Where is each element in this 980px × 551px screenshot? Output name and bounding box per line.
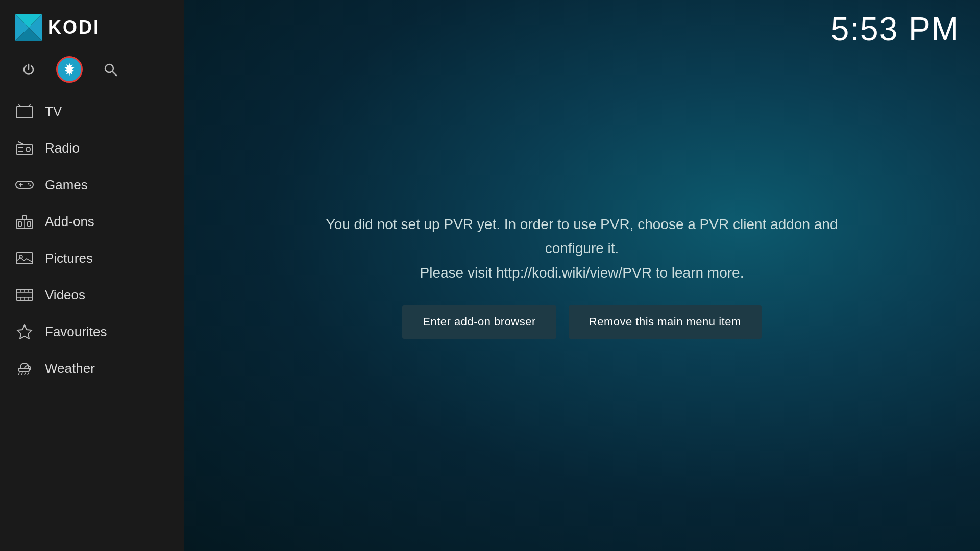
tv-icon bbox=[15, 102, 34, 120]
sidebar-item-weather[interactable]: Weather bbox=[0, 350, 184, 387]
top-icons-bar bbox=[0, 51, 184, 93]
svg-line-39 bbox=[18, 373, 19, 375]
sidebar: KODI bbox=[0, 0, 184, 551]
addons-icon bbox=[15, 212, 34, 231]
sidebar-item-tv[interactable]: TV bbox=[0, 93, 184, 130]
search-button[interactable] bbox=[97, 56, 124, 83]
svg-line-6 bbox=[112, 71, 116, 76]
favourites-icon bbox=[15, 322, 34, 341]
sidebar-item-games-label: Games bbox=[45, 177, 88, 193]
svg-line-41 bbox=[24, 373, 26, 375]
svg-rect-22 bbox=[22, 216, 27, 220]
sidebar-item-favourites-label: Favourites bbox=[45, 324, 107, 340]
games-icon bbox=[15, 176, 34, 194]
sidebar-item-pictures-label: Pictures bbox=[45, 251, 93, 266]
svg-point-17 bbox=[28, 183, 30, 185]
svg-rect-7 bbox=[16, 107, 33, 118]
sidebar-item-videos[interactable]: Videos bbox=[0, 277, 184, 313]
sidebar-item-radio-label: Radio bbox=[45, 140, 80, 156]
svg-rect-38 bbox=[18, 368, 30, 371]
pvr-buttons: Enter add-on browser Remove this main me… bbox=[402, 305, 761, 339]
sidebar-item-tv-label: TV bbox=[45, 104, 62, 119]
power-button[interactable] bbox=[15, 56, 42, 83]
svg-line-40 bbox=[21, 373, 22, 375]
svg-point-18 bbox=[30, 185, 31, 186]
sidebar-item-games[interactable]: Games bbox=[0, 166, 184, 203]
remove-menu-item-button[interactable]: Remove this main menu item bbox=[569, 305, 762, 339]
svg-rect-20 bbox=[18, 222, 21, 226]
sidebar-item-addons[interactable]: Add-ons bbox=[0, 203, 184, 240]
settings-button[interactable] bbox=[56, 56, 83, 83]
pictures-icon bbox=[15, 249, 34, 267]
pvr-content-area: You did not set up PVR yet. In order to … bbox=[184, 0, 980, 551]
sidebar-item-addons-label: Add-ons bbox=[45, 214, 94, 230]
sidebar-item-videos-label: Videos bbox=[45, 287, 85, 303]
sidebar-item-weather-label: Weather bbox=[45, 361, 95, 377]
pvr-message-line2: Please visit http://kodi.wiki/view/PVR t… bbox=[420, 265, 744, 281]
svg-marker-35 bbox=[17, 325, 32, 339]
kodi-logo-icon bbox=[15, 14, 42, 41]
kodi-title: KODI bbox=[48, 17, 100, 38]
svg-rect-24 bbox=[16, 253, 33, 264]
videos-icon bbox=[15, 286, 34, 304]
enter-addon-browser-button[interactable]: Enter add-on browser bbox=[402, 305, 556, 339]
weather-icon bbox=[15, 359, 34, 378]
pvr-message: You did not set up PVR yet. In order to … bbox=[301, 212, 863, 285]
sidebar-item-radio[interactable]: Radio bbox=[0, 130, 184, 166]
svg-point-11 bbox=[26, 147, 30, 152]
svg-rect-21 bbox=[28, 222, 31, 226]
sidebar-item-pictures[interactable]: Pictures bbox=[0, 240, 184, 277]
svg-line-42 bbox=[28, 373, 29, 375]
pvr-message-line1: You did not set up PVR yet. In order to … bbox=[326, 216, 838, 257]
sidebar-item-favourites[interactable]: Favourites bbox=[0, 313, 184, 350]
logo-area: KODI bbox=[0, 0, 184, 51]
radio-icon bbox=[15, 139, 34, 157]
main-content: 5:53 PM You did not set up PVR yet. In o… bbox=[184, 0, 980, 551]
time-display: 5:53 PM bbox=[831, 10, 960, 48]
